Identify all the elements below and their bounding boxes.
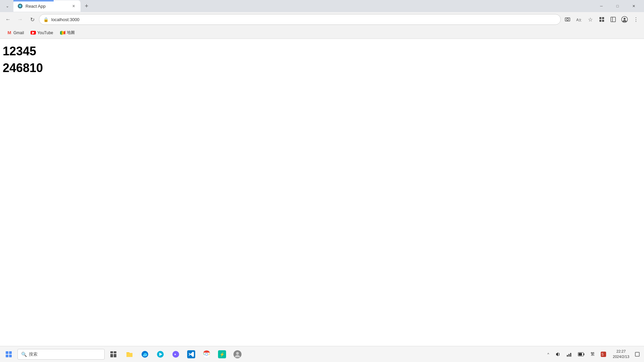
bookmark-youtube-label: YouTube (37, 31, 53, 35)
sidebar-button[interactable] (608, 14, 619, 25)
battery-icon (578, 352, 585, 356)
start-button[interactable] (1, 347, 16, 362)
tab-close-button[interactable]: ✕ (70, 3, 76, 9)
svg-point-36 (236, 352, 239, 355)
taskbar-app-chrome[interactable] (199, 347, 214, 362)
svg-rect-39 (570, 353, 571, 357)
close-button[interactable]: ✕ (626, 0, 641, 12)
profile-button[interactable] (619, 14, 630, 25)
new-tab-button[interactable]: + (82, 1, 91, 11)
file-explorer-icon (125, 350, 133, 358)
svg-rect-42 (579, 353, 582, 356)
svg-rect-24 (114, 354, 116, 357)
svg-text:⚡: ⚡ (219, 352, 225, 357)
svg-rect-13 (611, 17, 615, 22)
minimize-button[interactable]: ─ (594, 0, 609, 12)
youtube-icon (31, 30, 36, 36)
window-controls: ─ □ ✕ (594, 0, 641, 12)
extensions-button[interactable] (596, 14, 607, 25)
tray-cjk-icon[interactable]: 繁 (588, 347, 597, 362)
bookmark-maps[interactable]: 地圖 (57, 28, 77, 37)
taskbar-app-vscode[interactable] (184, 347, 199, 362)
sound-icon (555, 352, 560, 357)
nav-bar: ← → ↻ 🔒 localhost:3000 A文 ☆ ⋮ (0, 12, 644, 27)
svg-rect-11 (599, 20, 601, 22)
svg-rect-38 (569, 354, 570, 357)
content-line1: 12345 (3, 44, 641, 58)
taskbar: 🔍 搜索 (0, 346, 644, 362)
taskbar-search[interactable]: 🔍 搜索 (17, 349, 105, 360)
settings-button[interactable]: ⋮ (631, 14, 641, 25)
favorites-button[interactable]: ☆ (585, 14, 596, 25)
tray-network-icon[interactable] (564, 347, 575, 362)
translate-button[interactable]: A文 (574, 14, 584, 25)
clipchamp-icon (156, 350, 164, 358)
address-bar[interactable]: 🔒 localhost:3000 (39, 14, 561, 25)
network-icon (567, 352, 572, 357)
taskbar-app-explorer[interactable] (122, 347, 137, 362)
gmail-icon: M (7, 30, 12, 36)
tray-app-icon: S (601, 352, 606, 357)
bookmark-maps-label: 地圖 (67, 30, 75, 36)
taskbar-app-unknown1[interactable]: ⚡ (215, 347, 229, 362)
page-content: 12345 246810 (0, 39, 644, 346)
svg-rect-41 (584, 353, 584, 355)
tab-favicon (17, 3, 23, 9)
bookmark-youtube[interactable]: YouTube (28, 29, 56, 37)
svg-marker-18 (60, 31, 62, 35)
copilot-icon: ✦ (172, 350, 180, 358)
page-body: 12345 246810 (0, 42, 644, 78)
svg-marker-19 (62, 31, 64, 35)
screen-capture-button[interactable] (562, 14, 573, 25)
bookmark-gmail-label: Gmail (13, 31, 24, 35)
taskbar-app-clipchamp[interactable] (153, 347, 168, 362)
nav-icons-right: A文 ☆ ⋮ (562, 14, 641, 25)
svg-rect-9 (599, 17, 601, 19)
tray-sound-icon[interactable] (552, 347, 563, 362)
taskbar-app-user-avatar[interactable] (230, 347, 245, 362)
edge-icon (141, 350, 149, 358)
title-bar: ⌄ React App ✕ + ─ □ ✕ (0, 0, 644, 12)
unknown1-icon: ⚡ (218, 350, 226, 358)
clock-time: 22:27 (613, 349, 629, 354)
svg-rect-10 (602, 17, 604, 19)
system-tray: ^ 繁 (543, 347, 610, 362)
taskbar-app-edge[interactable] (138, 347, 152, 362)
tab-title: React App (25, 4, 68, 9)
svg-rect-37 (567, 355, 568, 357)
forward-button[interactable]: → (15, 14, 25, 25)
svg-rect-12 (602, 20, 604, 22)
secure-icon: 🔒 (43, 17, 49, 22)
tab-list-chevron[interactable]: ⌄ (3, 1, 12, 11)
svg-text:S: S (601, 353, 604, 356)
svg-point-33 (206, 353, 208, 355)
active-tab[interactable]: React App ✕ (13, 0, 80, 12)
address-url: localhost:3000 (51, 17, 556, 22)
system-clock[interactable]: 22:27 2024/2/13 (610, 349, 632, 359)
content-line2: 246810 (3, 61, 641, 75)
windows-logo-icon (6, 351, 12, 357)
svg-point-6 (567, 18, 569, 20)
reload-button[interactable]: ↻ (27, 14, 38, 25)
browser-window: ⌄ React App ✕ + ─ □ ✕ ← → ↻ 🔒 (0, 0, 644, 362)
svg-rect-45 (635, 352, 639, 356)
tray-chevron[interactable]: ^ (545, 347, 552, 362)
maximize-button[interactable]: □ (610, 0, 625, 12)
back-button[interactable]: ← (3, 14, 13, 25)
task-view-button[interactable] (106, 347, 121, 362)
svg-rect-22 (114, 351, 116, 353)
tray-battery-icon[interactable] (575, 347, 587, 362)
svg-point-16 (624, 18, 626, 20)
notification-icon (635, 352, 640, 357)
clock-date: 2024/2/13 (613, 354, 629, 359)
bookmark-gmail[interactable]: M Gmail (4, 29, 26, 37)
taskbar-search-text: 搜索 (29, 351, 38, 357)
taskbar-app-copilot[interactable]: ✦ (168, 347, 183, 362)
maps-icon (60, 30, 65, 36)
svg-rect-21 (110, 351, 113, 353)
tray-app-icon[interactable]: S (598, 347, 609, 362)
taskbar-apps: ✦ (122, 347, 245, 362)
tab-loading-progress (13, 0, 54, 1)
user-avatar-icon (233, 350, 241, 358)
notification-button[interactable] (632, 347, 643, 362)
